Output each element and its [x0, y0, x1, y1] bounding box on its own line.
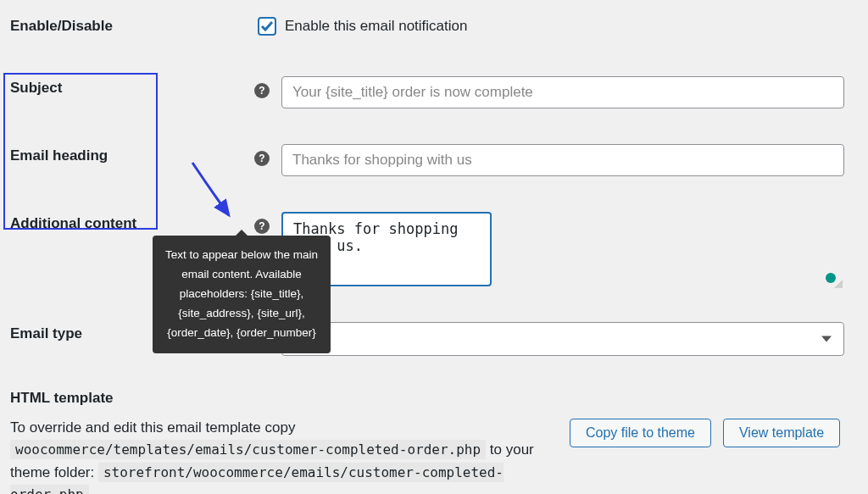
html-template-title: HTML template	[10, 390, 844, 407]
subject-input[interactable]	[281, 76, 844, 108]
html-template-description: To override and edit this email template…	[10, 417, 553, 494]
enable-checkbox[interactable]	[258, 17, 276, 36]
email-heading-label: Email heading	[10, 144, 254, 164]
chevron-down-icon	[821, 336, 832, 342]
enable-disable-label: Enable/Disable	[10, 18, 254, 35]
subject-label: Subject	[10, 76, 254, 97]
enable-checkbox-label: Enable this email notification	[285, 18, 467, 35]
email-type-select[interactable]	[281, 322, 844, 356]
help-icon[interactable]: ?	[254, 151, 270, 166]
additional-content-label: Additional content	[10, 212, 254, 232]
email-heading-input[interactable]	[281, 144, 844, 176]
copy-file-button[interactable]: Copy file to theme	[570, 419, 711, 447]
help-icon[interactable]: ?	[254, 219, 270, 234]
email-type-label: Email type	[10, 322, 254, 342]
view-template-button[interactable]: View template	[723, 419, 840, 447]
resize-handle-icon	[834, 280, 843, 288]
template-source-path: woocommerce/templates/emails/customer-co…	[10, 440, 486, 459]
help-icon[interactable]: ?	[254, 83, 270, 98]
additional-content-textarea[interactable]	[281, 212, 492, 286]
